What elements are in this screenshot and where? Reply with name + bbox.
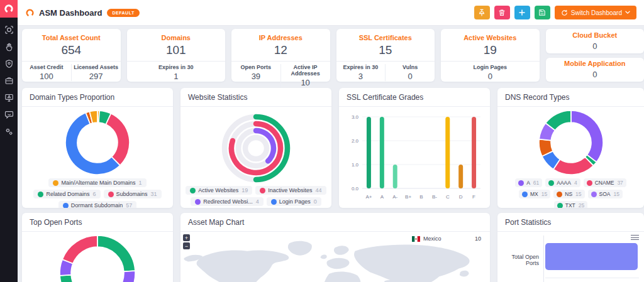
scan-target-icon	[4, 25, 14, 35]
sidebar-item-monitor[interactable]	[0, 89, 18, 106]
total-open-ports-bar[interactable]	[545, 243, 638, 270]
donut-segment[interactable]	[97, 236, 135, 271]
sub-value: 3	[336, 72, 386, 81]
svg-text:B: B	[419, 194, 423, 200]
bar-A+[interactable]	[367, 117, 371, 188]
sidebar-item-hand[interactable]	[0, 38, 18, 55]
sidebar-item-scan[interactable]	[0, 21, 18, 38]
save-icon	[538, 9, 546, 16]
sub-value: 10	[281, 78, 330, 87]
sidebar-item-shield[interactable]	[0, 55, 18, 72]
briefcase-icon	[4, 76, 14, 85]
legend-item[interactable]: MX15	[519, 190, 550, 198]
sub-label: Open Ports	[231, 64, 280, 70]
sub-value: 39	[231, 72, 280, 81]
svg-text:A-: A-	[392, 194, 397, 200]
sidebar-item-chat[interactable]	[0, 106, 18, 123]
mexico-flag-icon	[412, 236, 420, 242]
port-statistics-chart[interactable]: Total Open Ports	[497, 232, 644, 282]
legend-item[interactable]: SOA15	[588, 190, 623, 198]
pin-button[interactable]	[474, 6, 490, 19]
sidebar-item-briefcase[interactable]	[0, 72, 18, 89]
legend-item[interactable]: Subdomains31	[104, 190, 162, 198]
stat-value: 0	[592, 70, 597, 79]
stat-card-ip-addresses: IP Addresses 12 Open Ports39 Active IP A…	[231, 29, 330, 82]
top-open-ports-donut-chart[interactable]	[22, 234, 173, 282]
plus-icon	[518, 9, 526, 16]
stat-title: Cloud Bucket	[572, 31, 617, 39]
legend-item[interactable]: Login Pages0	[267, 197, 321, 206]
stat-card-mobile-application: Mobile Application 0	[546, 58, 644, 82]
svg-text:A+: A+	[365, 194, 372, 200]
stat-card-active-websites: Active Websites 19 Login Pages0	[441, 29, 540, 82]
donut-segment[interactable]	[62, 236, 97, 264]
delete-button[interactable]	[494, 6, 510, 19]
bar-C[interactable]	[445, 117, 450, 188]
sub-label: Active IP Addresses	[281, 64, 330, 77]
donut-segment[interactable]	[109, 271, 135, 282]
legend-item[interactable]: Active Websites19	[186, 186, 252, 195]
website-statistics-card: Website Statistics Active Websites19Inac…	[180, 88, 331, 208]
stat-title: IP Addresses	[231, 34, 330, 41]
legend-item[interactable]: A61	[515, 178, 542, 187]
add-button[interactable]	[514, 6, 530, 19]
legend-item[interactable]: Dormant Subdomain57	[58, 201, 137, 208]
ssl-grades-bar-chart[interactable]: 0.01.02.03.0A+AA-B+BB-CDF	[339, 107, 490, 207]
donut-segment[interactable]	[60, 275, 74, 282]
app-logo[interactable]	[0, 0, 18, 18]
monitor-alert-icon	[4, 93, 14, 102]
bar-A-[interactable]	[393, 165, 397, 188]
bar-F[interactable]	[472, 117, 476, 188]
stat-title: SSL Certificates	[336, 34, 435, 41]
sidebar-item-settings[interactable]	[0, 123, 18, 140]
switch-dashboard-label: Switch Dashboard	[571, 9, 622, 16]
stat-value: 0	[592, 41, 597, 51]
sub-label: Login Pages	[441, 64, 540, 70]
sub-value: 1	[127, 72, 226, 81]
map-zoom-out-button[interactable]: −	[183, 242, 190, 249]
chevron-down-icon	[625, 11, 630, 14]
chart-title: Port Statistics	[497, 213, 644, 232]
legend-item[interactable]: TXT25	[554, 201, 588, 208]
chart-title: SSL Certificate Grades	[339, 88, 490, 107]
map-zoom-in-button[interactable]: +	[183, 234, 190, 241]
asset-map-chart[interactable]: + − Mexico 10	[180, 232, 490, 282]
port-statistics-card: Port Statistics Total Open Ports	[497, 213, 644, 282]
svg-text:A: A	[380, 194, 384, 200]
website-statistics-radial-chart[interactable]: Active Websites19Inactive Websites44Redi…	[180, 113, 331, 208]
save-button[interactable]	[535, 6, 550, 19]
stat-title: Domains	[127, 34, 226, 41]
svg-text:B-: B-	[432, 194, 437, 200]
legend-item[interactable]: Inactive Websites44	[255, 186, 326, 195]
switch-dashboard-button[interactable]: Switch Dashboard	[555, 6, 636, 19]
domain-types-card: Domain Types Proportion Main/Alternate M…	[22, 88, 173, 208]
stat-value: 15	[336, 43, 435, 57]
svg-text:D: D	[459, 194, 463, 200]
legend-item[interactable]: Related Domains6	[33, 190, 100, 198]
donut-segment[interactable]	[106, 114, 130, 165]
asset-map-card: Asset Map Chart	[180, 213, 490, 282]
ring-logo-icon	[4, 4, 14, 14]
chart-title: DNS Record Types	[497, 88, 644, 107]
stat-value: 101	[127, 43, 226, 57]
page-title: ASM Dashboard	[39, 8, 102, 18]
sub-label: Asset Credit	[22, 64, 71, 70]
sub-value: 297	[72, 72, 121, 81]
sub-label: Expires in 30	[127, 64, 226, 70]
legend-item[interactable]: Main/Alternate Main Domains1	[48, 178, 146, 187]
sub-label: Licensed Assets	[72, 64, 121, 70]
dns-record-types-donut-chart[interactable]: A61AAAA4CNAME37MX15NS15SOA15TXT25	[497, 109, 644, 208]
domain-types-donut-chart[interactable]: Main/Alternate Main Domains1Related Doma…	[22, 109, 173, 208]
stat-value: 654	[22, 43, 121, 57]
legend-item[interactable]: Redirected Websi...4	[191, 197, 263, 206]
legend-item[interactable]: AAAA4	[545, 178, 580, 187]
stat-card-cloud-bucket: Cloud Bucket 0	[546, 29, 644, 53]
stats-row: Total Asset Count 654 Asset Credit100 Li…	[22, 29, 644, 82]
legend-item[interactable]: NS15	[553, 190, 584, 198]
bar-A[interactable]	[380, 117, 384, 188]
svg-text:C: C	[446, 194, 450, 200]
legend-item[interactable]: CNAME37	[584, 178, 626, 187]
bar-D[interactable]	[458, 165, 463, 188]
sidebar	[0, 0, 18, 282]
chart-legend: Active Websites19Inactive Websites44Redi…	[180, 183, 331, 206]
